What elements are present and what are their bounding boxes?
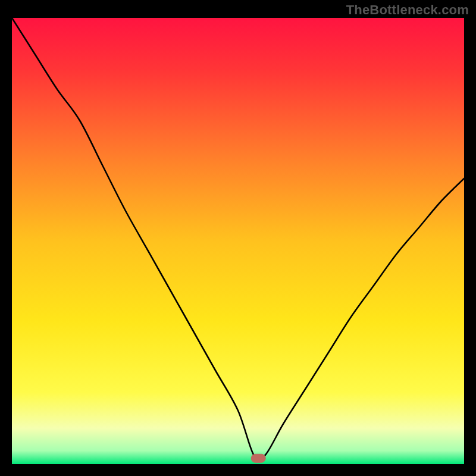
optimal-point-marker [251, 454, 265, 462]
watermark-text: TheBottleneck.com [346, 2, 469, 18]
chart-svg [12, 18, 464, 464]
plot-area [12, 18, 464, 464]
gradient-background [12, 18, 464, 464]
chart-frame: TheBottleneck.com [0, 0, 476, 476]
